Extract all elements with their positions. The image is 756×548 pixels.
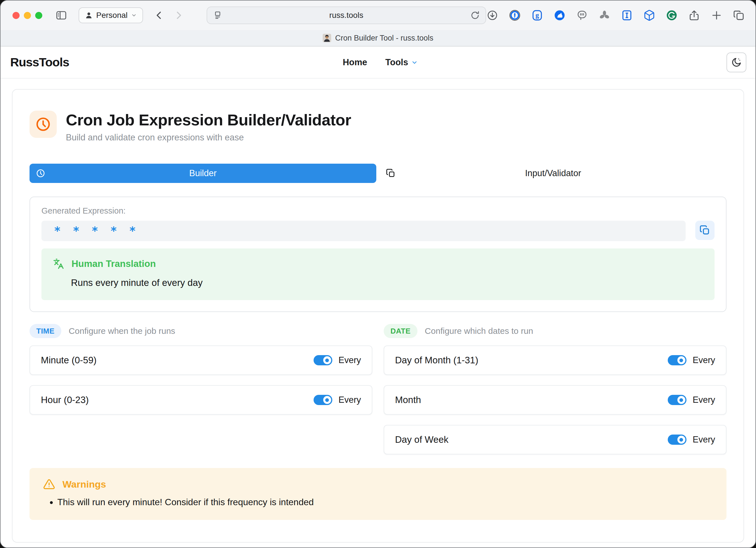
onepassword-extension-button[interactable]: [509, 9, 521, 22]
copy-expression-button[interactable]: [695, 221, 715, 240]
generated-expression-card: Generated Expression: * * * * *: [30, 197, 726, 312]
dark-mode-toggle-button[interactable]: [726, 53, 746, 72]
hour-mode-label: Every: [339, 395, 361, 405]
date-description: Configure which dates to run: [425, 326, 533, 336]
minimize-window-button[interactable]: [24, 12, 31, 19]
day-of-month-field-card: Day of Month (1-31) Every: [384, 345, 726, 375]
nav-home-label: Home: [343, 57, 367, 68]
tab-input-validator[interactable]: Input/Validator: [380, 164, 726, 183]
warning-triangle-icon: [43, 478, 55, 490]
chevron-left-icon: [154, 10, 165, 21]
day-of-week-mode-label: Every: [693, 434, 715, 445]
site-nav: Home Tools: [343, 47, 418, 78]
toggle-knob: [677, 396, 685, 404]
warning-item: This will run every minute! Consider if …: [57, 496, 713, 509]
back-button[interactable]: [154, 10, 165, 21]
plus-icon: [711, 9, 723, 21]
day-of-week-field-card: Day of Week Every: [384, 425, 726, 454]
nav-tools-menu[interactable]: Tools: [385, 57, 418, 68]
tab-builder-label: Builder: [189, 168, 217, 179]
browser-window: Personal russ.tools: [0, 0, 756, 548]
mode-tabs: Builder Input/Validator: [30, 164, 726, 183]
window-controls: [12, 12, 42, 19]
tab-bar[interactable]: Cron Builder Tool - russ.tools: [1, 30, 755, 47]
chevron-down-icon: [131, 12, 137, 18]
cat-icon: [554, 9, 566, 21]
nav-home-link[interactable]: Home: [343, 57, 367, 68]
time-description: Configure when the job runs: [69, 326, 175, 336]
toolbar-extensions: g: [486, 9, 745, 22]
chevron-right-icon: [173, 10, 184, 21]
petals-extension-button[interactable]: [598, 9, 611, 22]
tab-overview-button[interactable]: [733, 9, 745, 22]
day-of-month-mode-toggle[interactable]: [668, 355, 686, 365]
profile-label: Personal: [96, 11, 128, 20]
tab-favicon: [323, 34, 331, 42]
hour-field-label: Hour (0-23): [41, 394, 314, 405]
day-of-week-field-label: Day of Week: [395, 434, 668, 445]
page-content: Cron Job Expression Builder/Validator Bu…: [1, 79, 755, 547]
expression-value-box: * * * * *: [41, 221, 686, 241]
month-mode-toggle[interactable]: [668, 395, 686, 405]
svg-text:g: g: [535, 11, 539, 19]
g-extension-button[interactable]: g: [531, 9, 543, 22]
languages-icon: [53, 258, 64, 270]
cat-extension-button[interactable]: [553, 9, 566, 22]
reload-button[interactable]: [470, 11, 480, 20]
sidebar-toggle-button[interactable]: [55, 9, 67, 21]
page-subtitle: Build and validate cron expressions with…: [66, 133, 351, 143]
copy-icon: [700, 225, 710, 236]
month-field-label: Month: [395, 394, 668, 405]
flower-icon: [599, 9, 610, 21]
address-bar[interactable]: russ.tools: [207, 7, 486, 24]
tab-builder[interactable]: Builder: [30, 164, 376, 183]
moon-icon: [731, 57, 742, 68]
minute-mode-toggle[interactable]: [314, 355, 332, 365]
date-section: DATE Configure which dates to run Day of…: [384, 324, 726, 454]
cube-extension-button[interactable]: [643, 9, 656, 22]
minute-mode-label: Every: [339, 355, 361, 365]
warnings-title: Warnings: [62, 479, 106, 490]
nav-tools-label: Tools: [385, 57, 408, 68]
site-header: RussTools Home Tools: [1, 47, 755, 79]
speech-bubble-extension-button[interactable]: [576, 9, 588, 22]
url-text: russ.tools: [207, 11, 486, 20]
day-of-month-field-label: Day of Month (1-31): [395, 355, 668, 366]
browser-toolbar: Personal russ.tools: [1, 1, 755, 30]
profile-menu-button[interactable]: Personal: [79, 7, 143, 23]
speech-bubble-icon: [576, 9, 588, 21]
day-of-week-mode-toggle[interactable]: [668, 434, 686, 445]
toggle-knob: [323, 396, 331, 404]
tabs-overview-icon: [733, 9, 745, 21]
close-window-button[interactable]: [12, 12, 20, 19]
time-section: TIME Configure when the job runs Minute …: [30, 324, 372, 454]
hour-field-card: Hour (0-23) Every: [30, 385, 372, 415]
date-badge: DATE: [384, 324, 417, 338]
hour-mode-toggle[interactable]: [314, 395, 332, 405]
human-translation-panel: Human Translation Runs every minute of e…: [41, 249, 715, 300]
expression-value: * * * * *: [54, 224, 138, 238]
new-tab-button[interactable]: [710, 9, 723, 22]
grammarly-extension-button[interactable]: [665, 9, 678, 22]
grammarly-icon: [666, 9, 678, 21]
share-button[interactable]: [688, 9, 700, 22]
minute-field-label: Minute (0-59): [41, 355, 314, 366]
instapaper-extension-button[interactable]: [621, 9, 633, 22]
toggle-knob: [323, 356, 331, 364]
letter-g-icon: g: [531, 9, 543, 21]
toggle-knob: [677, 356, 685, 364]
downloads-button[interactable]: [486, 9, 499, 22]
minute-field-card: Minute (0-59) Every: [30, 345, 372, 375]
tab-title: Cron Builder Tool - russ.tools: [335, 34, 433, 43]
share-icon: [688, 9, 700, 21]
forward-button[interactable]: [173, 10, 184, 21]
warnings-panel: Warnings This will run every minute! Con…: [30, 468, 726, 520]
month-field-card: Month Every: [384, 385, 726, 415]
copy-icon: [386, 169, 396, 178]
tool-header: Cron Job Expression Builder/Validator Bu…: [30, 111, 726, 143]
zoom-window-button[interactable]: [35, 12, 42, 19]
clock-icon: [36, 169, 45, 178]
reader-view-icon[interactable]: [213, 11, 222, 20]
brand-logo[interactable]: RussTools: [10, 55, 69, 69]
sidebar-icon: [55, 9, 67, 21]
